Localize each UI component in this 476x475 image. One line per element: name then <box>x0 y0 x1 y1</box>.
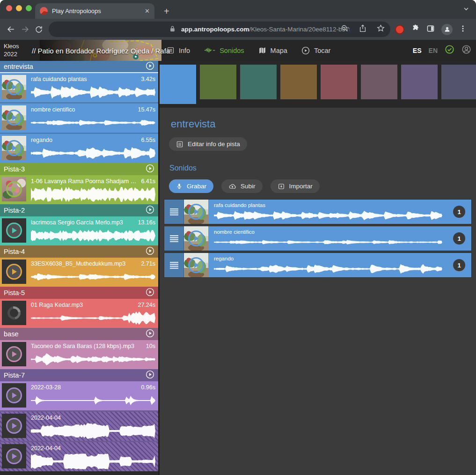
track-section: Pista-72022-03-280.96s2022-04-042022-04-… <box>0 369 158 471</box>
waveform <box>31 115 155 131</box>
browser-tab[interactable]: Play Antropoloops ✕ <box>35 3 154 19</box>
track-header[interactable]: Pista-2 <box>0 204 158 216</box>
track-section: Pista-501 Raga Kedar.mp327.24s <box>0 287 158 328</box>
track-header[interactable]: Pista-7 <box>0 369 158 381</box>
track-color-tile[interactable] <box>321 65 357 99</box>
play-icon[interactable] <box>6 140 22 156</box>
clip-thumbnail <box>2 342 26 366</box>
sync-status-check-icon[interactable] <box>445 45 454 56</box>
zoom-page-icon[interactable] <box>341 24 349 34</box>
reload-button[interactable] <box>32 22 46 37</box>
clip-item[interactable]: Taconeo de Sara Baras (128 kbps).mp310s <box>0 340 158 369</box>
lock-icon[interactable] <box>169 25 176 34</box>
track-color-tile[interactable] <box>441 65 476 99</box>
window-close-button[interactable] <box>6 5 12 11</box>
drag-handle[interactable] <box>164 200 184 224</box>
clip-item[interactable]: nombre cientifico15.47s <box>0 104 158 133</box>
bookmark-star-icon[interactable] <box>377 24 385 34</box>
play-icon[interactable] <box>6 264 22 280</box>
track-header[interactable]: Pista-4 <box>0 245 158 258</box>
drag-handle[interactable] <box>164 226 184 251</box>
track-play-button[interactable] <box>146 329 154 339</box>
track-play-button[interactable] <box>146 205 154 215</box>
forward-button[interactable] <box>18 22 32 37</box>
url-path: /Kleos-Santa-Marina/20ee8112-b37f-459d-8… <box>249 26 350 33</box>
record-extension-icon[interactable] <box>395 25 404 34</box>
track-color-tile[interactable] <box>240 65 277 99</box>
play-icon[interactable] <box>6 418 22 434</box>
nav-tab-info[interactable]: Info <box>167 46 190 54</box>
clip-item[interactable]: lacrimosa Sergio García Merlo.mp313.16s <box>0 216 158 245</box>
nav-tab-sonidos[interactable]: Sonidos <box>204 47 244 54</box>
clip-item[interactable]: 2022-04-04 <box>0 412 158 441</box>
clip-item[interactable]: regando6.55s <box>0 134 158 163</box>
sounds-heading: Sonidos <box>169 164 476 172</box>
clip-item[interactable]: 33ESX6038_B5_Muthedukkum.mp32.71s <box>0 258 158 287</box>
play-icon[interactable] <box>6 448 22 464</box>
clip-item[interactable]: 2022-04-04 <box>0 442 158 471</box>
track-play-button[interactable] <box>146 288 154 298</box>
clip-item[interactable]: 2022-03-280.96s <box>0 381 158 410</box>
account-icon[interactable] <box>461 45 471 56</box>
play-icon[interactable] <box>6 387 22 403</box>
track-play-button[interactable] <box>146 246 154 257</box>
track-color-tile[interactable] <box>160 65 196 104</box>
new-tab-button[interactable]: + <box>161 7 172 16</box>
lang-es-button[interactable]: ES <box>413 47 422 54</box>
play-icon[interactable] <box>6 79 22 95</box>
play-icon[interactable] <box>188 230 204 246</box>
sound-row[interactable]: regando1 <box>164 252 472 278</box>
clip-title: lacrimosa Sergio García Merlo.mp3 <box>31 219 123 226</box>
track-play-button[interactable] <box>146 370 154 380</box>
tab-favicon-icon <box>40 7 48 15</box>
nav-tab-mapa[interactable]: Mapa <box>258 46 287 54</box>
track-header[interactable]: Pista-3 <box>0 163 158 175</box>
import-button[interactable]: Importar <box>271 179 320 193</box>
play-icon[interactable] <box>6 223 22 238</box>
edit-track-info-button[interactable]: Editar info de pista <box>169 137 247 151</box>
lang-en-button[interactable]: EN <box>429 47 438 54</box>
clip-item[interactable]: rafa cuidando plantas3.42s <box>0 73 158 102</box>
window-minimize-button[interactable] <box>16 5 22 11</box>
track-name: base <box>4 330 146 338</box>
back-button[interactable] <box>4 22 18 37</box>
track-header[interactable]: entrevista <box>0 61 158 73</box>
track-color-tile[interactable] <box>361 65 397 99</box>
nav-tab-tocar[interactable]: Tocar <box>301 46 330 55</box>
track-color-tile[interactable] <box>401 65 438 99</box>
play-icon[interactable] <box>6 346 22 362</box>
sound-list: rafa cuidando plantas1nombre cientifico1… <box>164 199 472 278</box>
url-bar[interactable]: app.antropoloops.com/Kleos-Santa-Marina/… <box>49 22 390 37</box>
record-button[interactable]: Grabar <box>169 179 213 193</box>
clip-duration: 6.55s <box>141 137 155 144</box>
clip-item[interactable]: 01 Raga Kedar.mp327.24s <box>0 299 158 328</box>
clip-duration: 0.96s <box>141 384 155 391</box>
sound-row[interactable]: nombre cientifico1 <box>164 226 472 251</box>
track-header[interactable]: Pista-5 <box>0 287 158 299</box>
play-icon[interactable] <box>6 110 22 126</box>
clip-item[interactable]: 1-06 Lavanya Rama Poorna Shadjam Rupak..… <box>0 175 158 204</box>
drag-handle[interactable] <box>164 253 184 277</box>
upload-button[interactable]: Subir <box>221 179 263 193</box>
extensions-puzzle-icon[interactable] <box>411 24 420 35</box>
track-play-button[interactable] <box>146 61 154 72</box>
track-color-tile[interactable] <box>200 65 236 99</box>
play-icon[interactable] <box>6 181 22 197</box>
side-panel-icon[interactable] <box>426 24 435 35</box>
track-section: entrevistarafa cuidando plantas3.42snomb… <box>0 61 158 163</box>
share-icon[interactable] <box>359 24 366 34</box>
tab-close-icon[interactable]: ✕ <box>145 7 150 15</box>
window-zoom-button[interactable] <box>26 5 32 11</box>
tab-search-chevron-icon[interactable] <box>463 6 469 14</box>
browser-menu-icon[interactable] <box>459 25 467 34</box>
play-icon[interactable] <box>188 204 204 220</box>
profile-avatar[interactable] <box>441 24 453 35</box>
sound-row[interactable]: rafa cuidando plantas1 <box>164 199 472 224</box>
clip-thumbnail <box>2 414 26 438</box>
clip-duration: 3.42s <box>141 76 155 83</box>
track-play-button[interactable] <box>146 164 154 174</box>
clip-title: 1-06 Lavanya Rama Poorna Shadjam Rupak..… <box>31 178 138 185</box>
track-header[interactable]: base <box>0 328 158 340</box>
track-color-tile[interactable] <box>280 65 317 99</box>
play-icon[interactable] <box>188 257 204 273</box>
